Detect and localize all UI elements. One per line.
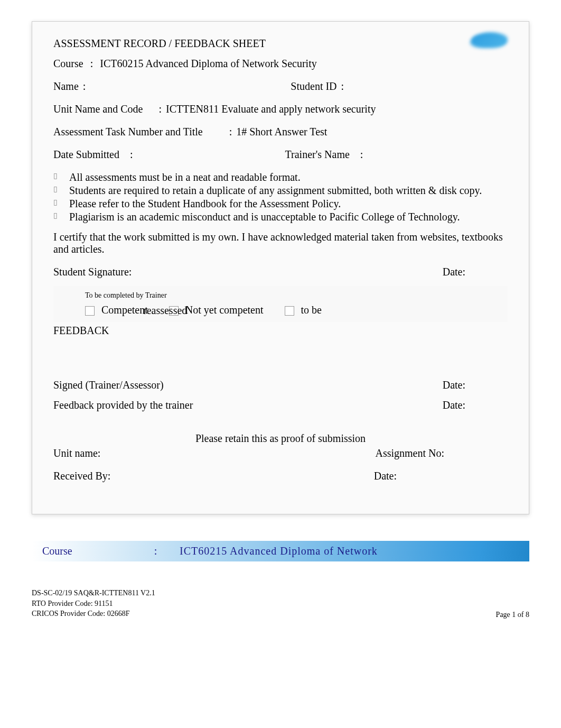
bullet-text: Students are required to retain a duplic… bbox=[69, 185, 508, 197]
date-label: Date: bbox=[443, 266, 465, 278]
course-row: Course : ICT60215 Advanced Diploma of Ne… bbox=[53, 58, 508, 70]
task-row: Assessment Task Number and Title : 1# Sh… bbox=[53, 126, 508, 138]
colon: : bbox=[130, 149, 133, 161]
task-value: 1# Short Answer Test bbox=[236, 126, 327, 138]
bullet-icon: ▯ bbox=[53, 198, 69, 210]
feedback-provided-row: Feedback provided by the trainer Date: bbox=[53, 399, 508, 411]
signed-label: Signed (Trainer/Assessor) bbox=[53, 379, 164, 391]
unit-value: ICTTEN811 Evaluate and apply network sec… bbox=[166, 103, 376, 115]
course-value: ICT60215 Advanced Diploma of Network Sec… bbox=[100, 58, 316, 69]
colon: : bbox=[229, 126, 232, 138]
course-label: Course bbox=[53, 58, 83, 69]
unit-row: Unit Name and Code : ICTTEN811 Evaluate … bbox=[53, 103, 508, 115]
bullet-icon: ▯ bbox=[53, 171, 69, 183]
colon: : bbox=[341, 80, 344, 93]
date-label: Date: bbox=[443, 379, 465, 391]
student-id-label: Student ID bbox=[291, 80, 336, 93]
name-row: Name : Student ID : bbox=[53, 80, 508, 93]
student-signature-label: Student Signature: bbox=[53, 266, 132, 278]
trainer-name-label: Trainer's Name bbox=[285, 149, 350, 161]
receipt-header: Please retain this as proof of submissio… bbox=[53, 432, 508, 445]
colon: : bbox=[360, 149, 363, 161]
footer-doc-code: DS-SC-02/19 SAQ&R-ICTTEN811 V2.1 bbox=[32, 588, 155, 598]
course-footer-label: Course bbox=[42, 545, 72, 557]
page-number: Page 1 of 8 bbox=[496, 611, 529, 619]
colon: : bbox=[83, 80, 86, 93]
footer-cricos-code: CRICOS Provider Code: 02668F bbox=[32, 609, 155, 619]
receipt-section: Please retain this as proof of submissio… bbox=[53, 425, 508, 482]
feedback-label: FEEDBACK bbox=[53, 325, 508, 337]
form-title: ASSESSMENT RECORD / FEEDBACK SHEET bbox=[53, 38, 508, 50]
date-label: Date: bbox=[443, 399, 465, 411]
bullet-item: ▯ Please refer to the Student Handbook f… bbox=[53, 198, 508, 210]
competent-checkbox[interactable] bbox=[85, 306, 95, 316]
task-label: Assessment Task Number and Title bbox=[53, 126, 203, 138]
date-submitted-row: Date Submitted : Trainer's Name : bbox=[53, 149, 508, 161]
assessment-form: ASSESSMENT RECORD / FEEDBACK SHEET Cours… bbox=[32, 21, 529, 514]
receipt-date-label: Date: bbox=[374, 470, 397, 482]
footer-left: DS-SC-02/19 SAQ&R-ICTTEN811 V2.1 RTO Pro… bbox=[32, 588, 155, 619]
assignment-no-label: Assignment No: bbox=[375, 447, 444, 459]
feedback-provided-label: Feedback provided by the trainer bbox=[53, 399, 193, 411]
logo-icon bbox=[469, 32, 509, 48]
not-yet-label: Not yet competent bbox=[185, 304, 264, 316]
trainer-completion-box: To be completed by Trainer Competent Not… bbox=[53, 286, 508, 322]
unit-name-label: Unit name: bbox=[53, 447, 100, 459]
bullet-text: Plagiarism is an academic misconduct and… bbox=[69, 211, 508, 223]
date-submitted-label: Date Submitted bbox=[53, 149, 119, 161]
receipt-received-row: Received By: Date: bbox=[53, 470, 508, 482]
received-by-label: Received By: bbox=[53, 470, 110, 482]
colon: : bbox=[90, 58, 94, 69]
receipt-unit-row: Unit name: Assignment No: bbox=[53, 447, 508, 459]
college-logo bbox=[471, 32, 518, 59]
trainer-box-header: To be completed by Trainer bbox=[64, 291, 497, 300]
bullet-text: Please refer to the Student Handbook for… bbox=[69, 198, 508, 210]
bullet-icon: ▯ bbox=[53, 185, 69, 197]
to-be-reassessed-checkbox[interactable] bbox=[285, 306, 294, 316]
course-footer-value: ICT60215 Advanced Diploma of Network bbox=[180, 545, 378, 557]
bullet-item: ▯ Students are required to retain a dupl… bbox=[53, 185, 508, 197]
competent-label: Competent bbox=[101, 304, 148, 316]
page-footer: DS-SC-02/19 SAQ&R-ICTTEN811 V2.1 RTO Pro… bbox=[32, 588, 529, 619]
certify-text: I certify that the work submitted is my … bbox=[53, 231, 508, 255]
bullet-text: All assessments must be in a neat and re… bbox=[69, 171, 508, 183]
colon: : bbox=[158, 103, 162, 115]
unit-label: Unit Name and Code bbox=[53, 103, 143, 115]
bullet-item: ▯ Plagiarism is an academic misconduct a… bbox=[53, 211, 508, 223]
course-footer-bar: Course : ICT60215 Advanced Diploma of Ne… bbox=[32, 541, 529, 561]
to-be-label: to be bbox=[301, 304, 322, 316]
name-label: Name bbox=[53, 80, 79, 93]
student-signature-row: Student Signature: Date: bbox=[53, 266, 508, 278]
signed-row: Signed (Trainer/Assessor) Date: bbox=[53, 379, 508, 391]
bullet-item: ▯ All assessments must be in a neat and … bbox=[53, 171, 508, 183]
footer-rto-code: RTO Provider Code: 91151 bbox=[32, 598, 155, 609]
colon: : bbox=[154, 545, 157, 557]
bullet-icon: ▯ bbox=[53, 211, 69, 223]
bullet-list: ▯ All assessments must be in a neat and … bbox=[53, 171, 508, 223]
